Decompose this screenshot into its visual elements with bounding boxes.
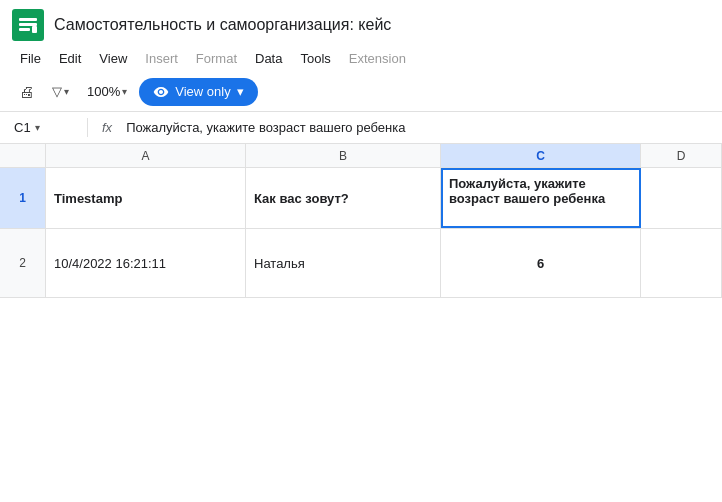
app-icon — [12, 9, 44, 41]
zoom-control[interactable]: 100% ▾ — [81, 81, 133, 102]
spreadsheet-row-1: 1 Timestamp Как вас зовут? Пожалуйста, у… — [0, 168, 722, 229]
spreadsheet: A B C D 1 Timestamp Как вас зовут? Пожал… — [0, 144, 722, 298]
svg-rect-2 — [19, 23, 37, 26]
cell-reference[interactable]: C1 ▾ — [8, 118, 88, 137]
cell-d2[interactable] — [641, 229, 722, 297]
spreadsheet-row-2: 2 10/4/2022 16:21:11 Наталья 6 — [0, 229, 722, 298]
toolbar: 🖨 ▽ ▾ 100% ▾ View only ▾ — [0, 72, 722, 112]
title-bar: Самостоятельность и самоорганизация: кей… — [0, 0, 722, 44]
menu-data[interactable]: Data — [247, 48, 290, 69]
menu-view[interactable]: View — [91, 48, 135, 69]
svg-rect-4 — [32, 26, 37, 33]
svg-rect-1 — [19, 18, 37, 21]
cell-b2[interactable]: Наталья — [246, 229, 441, 297]
cell-a2[interactable]: 10/4/2022 16:21:11 — [46, 229, 246, 297]
svg-rect-3 — [19, 28, 30, 31]
menu-bar: File Edit View Insert Format Data Tools … — [0, 44, 722, 72]
filter-icon: ▽ — [52, 84, 62, 99]
zoom-chevron: ▾ — [122, 86, 127, 97]
row-num-header-corner — [0, 144, 46, 167]
cell-ref-chevron: ▾ — [35, 122, 40, 133]
filter-button[interactable]: ▽ ▾ — [46, 81, 75, 102]
cell-d1[interactable] — [641, 168, 722, 228]
col-header-b[interactable]: B — [246, 144, 441, 167]
cell-a1[interactable]: Timestamp — [46, 168, 246, 228]
column-headers: A B C D — [0, 144, 722, 168]
formula-content[interactable]: Пожалуйста, укажите возраст вашего ребен… — [126, 120, 714, 135]
menu-edit[interactable]: Edit — [51, 48, 89, 69]
menu-tools[interactable]: Tools — [292, 48, 338, 69]
zoom-value: 100% — [87, 84, 120, 99]
cell-c2[interactable]: 6 — [441, 229, 641, 297]
col-header-a[interactable]: A — [46, 144, 246, 167]
document-title: Самостоятельность и самоорганизация: кей… — [54, 16, 391, 34]
fx-label: fx — [94, 120, 120, 135]
row-num-2: 2 — [0, 229, 46, 297]
cell-ref-value: C1 — [14, 120, 31, 135]
menu-extensions[interactable]: Extension — [341, 48, 414, 69]
view-only-label: View only — [175, 84, 230, 99]
cell-c1[interactable]: Пожалуйста, укажите возраст вашего ребен… — [441, 168, 641, 228]
view-only-button[interactable]: View only ▾ — [139, 78, 257, 106]
row-num-1: 1 — [0, 168, 46, 228]
view-only-chevron: ▾ — [237, 84, 244, 99]
filter-chevron: ▾ — [64, 86, 69, 97]
col-header-c[interactable]: C — [441, 144, 641, 167]
eye-icon — [153, 84, 169, 100]
print-icon: 🖨 — [19, 83, 34, 100]
menu-insert[interactable]: Insert — [137, 48, 186, 69]
col-header-d[interactable]: D — [641, 144, 722, 167]
print-button[interactable]: 🖨 — [12, 78, 40, 106]
menu-file[interactable]: File — [12, 48, 49, 69]
cell-b1[interactable]: Как вас зовут? — [246, 168, 441, 228]
menu-format[interactable]: Format — [188, 48, 245, 69]
formula-bar: C1 ▾ fx Пожалуйста, укажите возраст ваше… — [0, 112, 722, 144]
